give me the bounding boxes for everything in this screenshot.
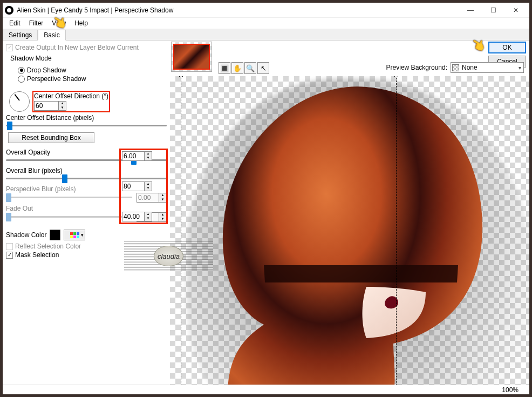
app-icon xyxy=(5,6,13,15)
selection-handle-nw[interactable] xyxy=(179,76,183,77)
overall-blur-input[interactable] xyxy=(122,212,145,221)
direction-dial[interactable] xyxy=(9,91,30,112)
close-button[interactable]: ✕ xyxy=(504,4,527,17)
preview-background-dropdown[interactable]: None xyxy=(451,62,524,73)
overall-blur-spinner[interactable]: ▲▼ xyxy=(145,212,152,221)
create-output-checkbox xyxy=(6,44,13,51)
menu-filter[interactable]: Filter xyxy=(25,19,48,27)
shadow-color-swatch[interactable] xyxy=(50,230,60,240)
tab-basic[interactable]: Basic xyxy=(38,30,65,41)
tab-settings[interactable]: Settings xyxy=(3,30,38,40)
menu-edit[interactable]: Edit xyxy=(5,19,25,27)
reset-bounding-box-button[interactable]: Reset Bounding Box xyxy=(8,132,94,143)
center-offset-direction-input[interactable] xyxy=(34,101,59,111)
ok-button[interactable]: OK xyxy=(488,42,526,53)
shadow-color-dropdown[interactable] xyxy=(64,230,85,240)
create-output-label: Create Output In New Layer Below Current xyxy=(15,44,139,51)
perspective-shadow-radio[interactable] xyxy=(18,76,25,83)
window-title: Alien Skin | Eye Candy 5 Impact | Perspe… xyxy=(17,6,459,14)
center-offset-distance-input[interactable] xyxy=(122,151,145,161)
watermark: claudia xyxy=(124,241,213,271)
shadow-mode-label: Shadow Mode xyxy=(6,55,167,62)
zoom-level: 100% xyxy=(502,386,519,394)
preview-background-label: Preview Background: xyxy=(386,64,447,71)
transparency-swatch-icon xyxy=(452,64,459,71)
maximize-button[interactable]: ☐ xyxy=(482,4,504,17)
preview-canvas[interactable] xyxy=(170,76,529,385)
reflect-selection-label: Reflect Selection Color xyxy=(15,243,81,250)
center-offset-distance-slider[interactable] xyxy=(6,122,167,130)
center-offset-distance-spinner[interactable]: ▲▼ xyxy=(145,151,152,161)
center-offset-direction-spinner[interactable]: ▲▼ xyxy=(59,101,66,111)
overall-opacity-input[interactable] xyxy=(122,181,145,191)
drop-shadow-label: Drop Shadow xyxy=(27,66,66,74)
perspective-blur-slider xyxy=(6,193,132,202)
overall-opacity-spinner[interactable]: ▲▼ xyxy=(145,181,152,191)
mask-selection-checkbox[interactable] xyxy=(6,252,13,259)
menu-view[interactable]: View xyxy=(47,19,70,27)
selection-handle-ne[interactable] xyxy=(394,76,398,77)
perspective-shadow-label: Perspective Shadow xyxy=(27,75,86,83)
minimize-button[interactable]: — xyxy=(459,4,482,17)
zoom-tool-icon[interactable]: 🔍 xyxy=(244,62,256,74)
drop-shadow-radio[interactable] xyxy=(18,67,25,74)
shadow-color-label: Shadow Color xyxy=(6,231,46,239)
reflect-selection-checkbox xyxy=(6,243,13,250)
center-offset-distance-label: Center Offset Distance (pixels) xyxy=(6,114,167,122)
preview-thumbnail[interactable] xyxy=(171,42,212,72)
selection-marquee[interactable] xyxy=(181,76,397,385)
pointer-tool-icon[interactable]: ↖ xyxy=(257,62,269,74)
menu-help[interactable]: Help xyxy=(70,19,92,27)
color-sampler-tool-icon[interactable]: 🔳 xyxy=(219,62,230,74)
mask-selection-label: Mask Selection xyxy=(15,251,59,259)
preview-background-value: None xyxy=(462,64,478,71)
center-offset-direction-label: Center Offset Direction (°) xyxy=(34,92,108,100)
fade-out-slider xyxy=(6,213,132,221)
hand-tool-icon[interactable]: ✋ xyxy=(231,62,243,74)
